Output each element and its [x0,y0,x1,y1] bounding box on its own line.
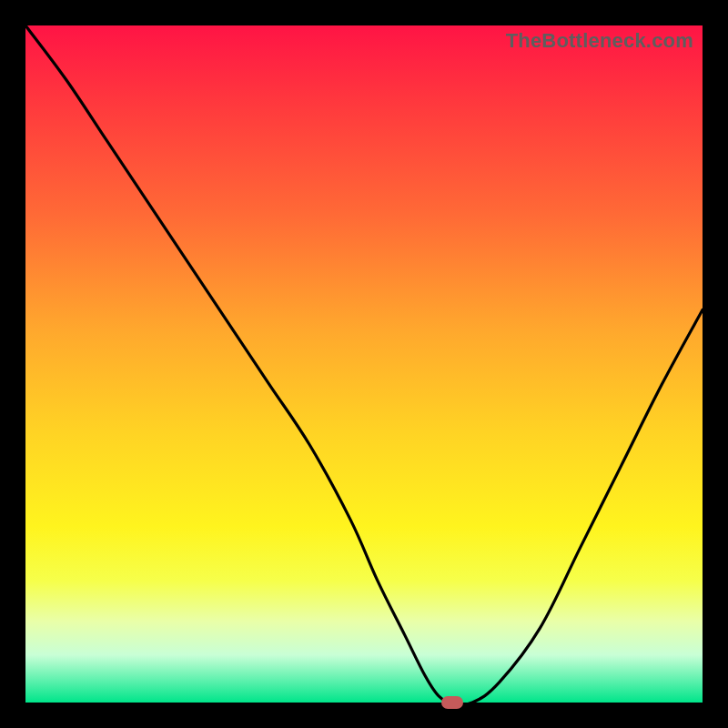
bottleneck-curve [25,25,703,703]
curve-path [25,25,703,703]
chart-plot-area: TheBottleneck.com [25,25,703,703]
chart-frame: TheBottleneck.com [0,0,728,728]
optimal-point-marker [441,696,463,709]
